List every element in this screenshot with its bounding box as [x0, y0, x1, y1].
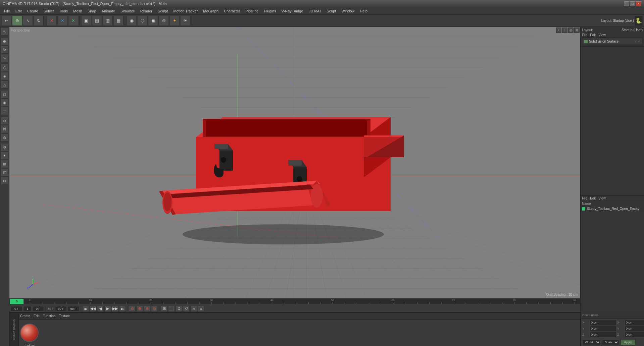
- x-size-input[interactable]: [625, 320, 644, 325]
- vp-nav-pan[interactable]: ↕: [562, 27, 567, 33]
- vp-nav-expand[interactable]: +: [556, 27, 561, 33]
- left-tool-14[interactable]: ⚙: [1, 143, 9, 151]
- z-size-input[interactable]: [625, 332, 644, 337]
- y-size-input[interactable]: [625, 326, 644, 331]
- left-tool-4[interactable]: ⤡: [1, 54, 9, 62]
- rb-menu-view[interactable]: View: [598, 196, 606, 200]
- menu-file[interactable]: File: [1, 8, 13, 14]
- goto-start-button[interactable]: ⏮: [82, 306, 89, 312]
- menu-tools[interactable]: Tools: [56, 8, 70, 14]
- frame-step-input[interactable]: [23, 306, 32, 311]
- close-button[interactable]: ✕: [636, 1, 641, 6]
- move-tool[interactable]: ⊕: [12, 16, 22, 26]
- ss-render-check[interactable]: ✓: [638, 40, 640, 43]
- live-select[interactable]: ⊛: [159, 16, 169, 26]
- left-tool-13[interactable]: ◍: [1, 133, 9, 141]
- menu-help[interactable]: Help: [357, 8, 370, 14]
- subdivision-surface-item[interactable]: Subdivision Surface ✓ ✓: [583, 39, 642, 44]
- right-menu-file[interactable]: File: [582, 33, 587, 37]
- left-tool-18[interactable]: ⊡: [1, 177, 9, 185]
- menu-mograph[interactable]: MoGraph: [200, 8, 221, 14]
- play-mode[interactable]: ⊙: [176, 306, 182, 312]
- left-tool-15[interactable]: ✦: [1, 152, 9, 160]
- sound-mode[interactable]: ♫: [190, 306, 197, 312]
- frame-min-input[interactable]: [32, 306, 44, 311]
- menu-plugins[interactable]: Plugins: [261, 8, 279, 14]
- mat-menu-create[interactable]: Create: [20, 314, 30, 318]
- y-axis-button[interactable]: ✕: [57, 16, 67, 26]
- edge-mode[interactable]: ⬡: [137, 16, 147, 26]
- left-tool-2[interactable]: ⊕: [1, 37, 9, 45]
- material-ball[interactable]: [20, 324, 39, 342]
- maximize-button[interactable]: □: [630, 1, 635, 6]
- mat-menu-function[interactable]: Function: [43, 314, 55, 318]
- menu-animate[interactable]: Animate: [99, 8, 118, 14]
- left-tool-17[interactable]: ◫: [1, 168, 9, 176]
- play-back-button[interactable]: ◀: [97, 306, 104, 312]
- menu-sculpt[interactable]: Sculpt: [155, 8, 171, 14]
- left-tool-16[interactable]: ⊞: [1, 160, 9, 168]
- keyframe-del[interactable]: ⊘: [151, 306, 158, 312]
- apply-button[interactable]: Apply: [621, 339, 636, 345]
- playback-mode[interactable]: ≡: [198, 306, 204, 312]
- z-pos-input[interactable]: [590, 332, 616, 337]
- menu-select[interactable]: Select: [41, 8, 57, 14]
- menu-snap[interactable]: Snap: [85, 8, 99, 14]
- timeline[interactable]: 0 0102030405060708090: [9, 298, 580, 305]
- motion-path[interactable]: ⊞: [161, 306, 167, 312]
- left-tool-1[interactable]: ↖: [1, 27, 9, 36]
- magnet-tool[interactable]: ✦: [169, 16, 180, 26]
- left-tool-10[interactable]: ⋯: [1, 107, 9, 115]
- poly-mode[interactable]: ◼: [148, 16, 158, 26]
- vp-nav-grid[interactable]: ⊞: [574, 27, 580, 33]
- snap-frame[interactable]: ⬛: [168, 306, 175, 312]
- ss-visible-check[interactable]: ✓: [634, 40, 637, 43]
- world-dropdown[interactable]: World Object: [582, 340, 601, 345]
- object-name-row[interactable]: Sturdy_Toolbox_Red_Open_Empty: [581, 206, 644, 211]
- menu-character[interactable]: Character: [221, 8, 243, 14]
- menu-edit[interactable]: Edit: [13, 8, 24, 14]
- undo-button[interactable]: ↩: [1, 16, 11, 26]
- mat-menu-texture[interactable]: Texture: [59, 314, 70, 318]
- loop-mode[interactable]: ↺: [183, 306, 190, 312]
- left-tool-11[interactable]: ⊘: [1, 117, 9, 125]
- python-icon[interactable]: 🐍: [635, 16, 643, 26]
- right-menu-edit[interactable]: Edit: [590, 33, 596, 37]
- menu-motion-tracker[interactable]: Motion Tracker: [170, 8, 200, 14]
- frame-max-input[interactable]: [55, 306, 67, 311]
- record-button[interactable]: ⊙: [129, 306, 136, 312]
- rb-menu-file[interactable]: File: [582, 196, 587, 200]
- play-forward-button[interactable]: ▶: [104, 306, 111, 312]
- x-axis-button[interactable]: ✕: [47, 16, 57, 26]
- viewport[interactable]: View Cameras Display Options Filter Pane…: [9, 27, 580, 298]
- scale-tool[interactable]: ⤡: [23, 16, 33, 26]
- menu-vray[interactable]: V-Ray Bridge: [279, 8, 306, 14]
- scale-dropdown[interactable]: Scale Size: [602, 340, 619, 345]
- timeline-track[interactable]: 0102030405060708090: [24, 299, 580, 304]
- render-active[interactable]: ▥: [103, 16, 113, 26]
- menu-render[interactable]: Render: [138, 8, 155, 14]
- left-tool-12[interactable]: ⌘: [1, 125, 9, 133]
- menu-3dtoall[interactable]: 3DToAll: [306, 8, 324, 14]
- minimize-button[interactable]: —: [624, 1, 629, 6]
- prev-frame-button[interactable]: ◀◀: [90, 306, 96, 312]
- menu-window[interactable]: Window: [339, 8, 357, 14]
- menu-simulate[interactable]: Simulate: [118, 8, 138, 14]
- render-settings[interactable]: ▦: [113, 16, 123, 26]
- z-axis-button[interactable]: ✕: [68, 16, 78, 26]
- rotate-tool[interactable]: ↻: [34, 16, 44, 26]
- right-menu-view[interactable]: View: [598, 33, 606, 37]
- point-mode[interactable]: ◉: [127, 16, 137, 26]
- mat-menu-edit[interactable]: Edit: [34, 314, 39, 318]
- sun-light[interactable]: ☀: [180, 16, 190, 26]
- next-frame-button[interactable]: ▶▶: [112, 306, 118, 312]
- menu-create[interactable]: Create: [24, 8, 41, 14]
- current-frame-input[interactable]: [11, 306, 22, 311]
- keyframe-auto[interactable]: ⊕: [136, 306, 143, 312]
- left-tool-5[interactable]: ⬡: [1, 64, 9, 72]
- left-tool-6[interactable]: ◈: [1, 72, 9, 80]
- frame-total-input[interactable]: [67, 306, 79, 311]
- left-tool-9[interactable]: ◉: [1, 99, 9, 107]
- goto-end-button[interactable]: ⏭: [119, 306, 126, 312]
- y-pos-input[interactable]: [590, 326, 616, 331]
